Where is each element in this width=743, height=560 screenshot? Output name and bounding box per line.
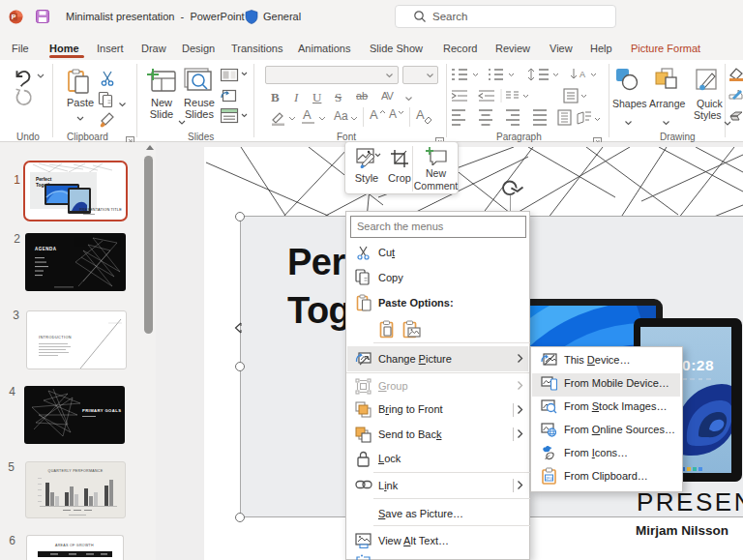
- svg-text:Perfect: Perfect: [36, 177, 52, 182]
- svg-text:AGENDA: AGENDA: [35, 247, 57, 251]
- svg-text:A: A: [580, 70, 585, 79]
- svg-text:AREAS OF GROWTH: AREAS OF GROWTH: [55, 544, 94, 547]
- svg-text:QUARTERLY PERFORMANCE: QUARTERLY PERFORMANCE: [48, 469, 104, 473]
- svg-text:INTRODUCTION: INTRODUCTION: [39, 336, 72, 339]
- svg-text:PRESENTATION TITLE: PRESENTATION TITLE: [79, 208, 122, 212]
- svg-text:PRIMARY GOALS: PRIMARY GOALS: [82, 408, 121, 413]
- svg-text:JPG: JPG: [546, 476, 553, 481]
- svg-text:P: P: [12, 14, 16, 20]
